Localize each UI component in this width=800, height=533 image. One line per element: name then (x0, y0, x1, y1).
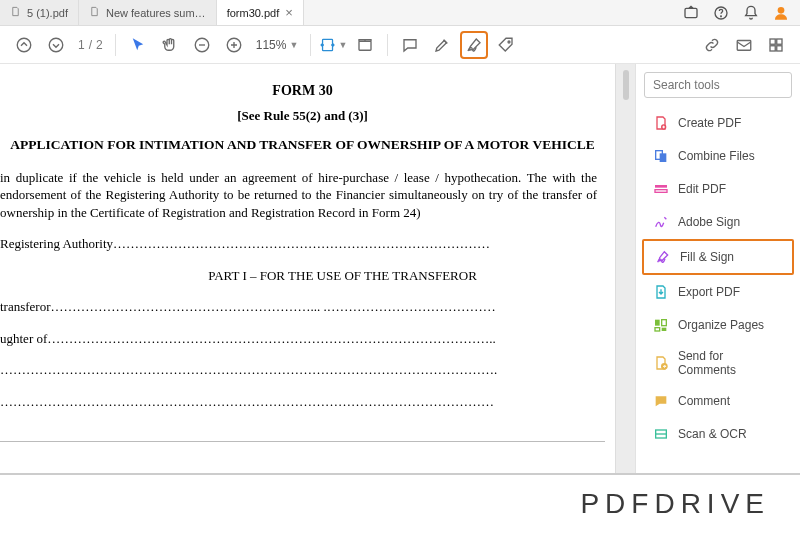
page-sep: / (89, 38, 92, 52)
up-arrow-icon[interactable] (10, 31, 38, 59)
tool-combine[interactable]: Combine Files (642, 140, 794, 172)
read-mode-icon[interactable] (351, 31, 379, 59)
tool-label: Comment (678, 394, 730, 408)
scroll-handle[interactable] (623, 70, 629, 100)
page-indicator[interactable]: 1 / 2 (74, 38, 107, 52)
tab-file-1[interactable]: 5 (1).pdf (0, 0, 79, 25)
edit-icon (652, 180, 670, 198)
pdf-icon (89, 6, 100, 19)
tool-adobesign[interactable]: Adobe Sign (642, 206, 794, 238)
bell-icon[interactable] (742, 4, 760, 22)
highlight-icon[interactable] (428, 31, 456, 59)
scan-icon (652, 425, 670, 443)
tool-label: Send for Comments (678, 349, 784, 377)
tool-label: Organize Pages (678, 318, 764, 332)
tag-icon[interactable] (492, 31, 520, 59)
svg-rect-12 (770, 39, 775, 44)
tool-create[interactable]: Create PDF (642, 107, 794, 139)
tool-send[interactable]: Send for Comments (642, 342, 794, 384)
tool-scan[interactable]: Scan & OCR (642, 418, 794, 450)
comment-icon[interactable] (396, 31, 424, 59)
svg-rect-8 (323, 39, 333, 50)
svg-rect-9 (359, 41, 371, 50)
tab-label: 5 (1).pdf (27, 7, 68, 19)
create-icon (652, 114, 670, 132)
form-paragraph: in duplicate if the vehicle is held unde… (0, 169, 605, 222)
search-tools-input[interactable] (644, 72, 792, 98)
scroll-rail[interactable] (615, 64, 635, 473)
page-total: 2 (96, 38, 103, 52)
comment-icon (652, 392, 670, 410)
zoom-value: 115% (256, 38, 287, 52)
fullscreen-icon[interactable] (762, 31, 790, 59)
adobesign-icon (652, 213, 670, 231)
form-title: FORM 30 (0, 82, 605, 101)
zoom-dropdown[interactable]: 115% ▼ (252, 38, 303, 52)
svg-rect-13 (777, 39, 782, 44)
share-icon[interactable] (682, 4, 700, 22)
line-transferor: transferor……………………………………………………... .……………… (0, 298, 605, 316)
mail-icon[interactable] (730, 31, 758, 59)
pdf-page: FORM 30 [See Rule 55(2) and (3)] APPLICA… (0, 64, 615, 442)
tools-panel: Create PDFCombine FilesEdit PDFAdobe Sig… (635, 64, 800, 473)
tool-fillsign[interactable]: Fill & Sign (642, 239, 794, 275)
svg-rect-23 (655, 328, 660, 331)
svg-rect-18 (660, 153, 667, 162)
svg-rect-0 (685, 8, 697, 17)
document-viewport[interactable]: FORM 30 [See Rule 55(2) and (3)] APPLICA… (0, 64, 615, 473)
tool-organize[interactable]: Organize Pages (642, 309, 794, 341)
fillsign-icon (654, 248, 672, 266)
svg-point-4 (17, 38, 31, 52)
avatar-icon[interactable] (772, 4, 790, 22)
part-heading: PART I – FOR THE USE OF THE TRANSFEROR (80, 267, 605, 285)
svg-rect-19 (655, 185, 667, 188)
tab-bar: 5 (1).pdf New features sum… form30.pdf × (0, 0, 800, 26)
sign-icon[interactable] (460, 31, 488, 59)
tab-file-2[interactable]: New features sum… (79, 0, 217, 25)
tab-file-3[interactable]: form30.pdf × (217, 0, 304, 25)
svg-rect-22 (662, 320, 667, 326)
tool-comment[interactable]: Comment (642, 385, 794, 417)
line-blank-2: …………………………………………………………………………………………………… (0, 393, 605, 411)
form-heading: APPLICATION FOR INTIMATION AND TRANSFER … (10, 136, 595, 154)
svg-rect-20 (655, 190, 667, 193)
tool-label: Scan & OCR (678, 427, 747, 441)
svg-point-5 (49, 38, 63, 52)
hand-tool-icon[interactable] (156, 31, 184, 59)
svg-rect-21 (655, 320, 660, 326)
form-subtitle: [See Rule 55(2) and (3)] (0, 107, 605, 125)
zoom-in-icon[interactable] (220, 31, 248, 59)
tool-label: Adobe Sign (678, 215, 740, 229)
svg-point-3 (778, 7, 785, 14)
link-icon[interactable] (698, 31, 726, 59)
svg-point-2 (721, 15, 722, 16)
line-blank-1: ……………………………………………………………………………………………………. (0, 361, 605, 379)
close-icon[interactable]: × (285, 6, 293, 19)
tool-edit[interactable]: Edit PDF (642, 173, 794, 205)
tool-label: Create PDF (678, 116, 741, 130)
organize-icon (652, 316, 670, 334)
svg-rect-24 (662, 328, 667, 331)
tool-label: Export PDF (678, 285, 740, 299)
tab-label: form30.pdf (227, 7, 280, 19)
select-tool-icon[interactable] (124, 31, 152, 59)
footer: PDFDRIVE (0, 473, 800, 533)
down-arrow-icon[interactable] (42, 31, 70, 59)
zoom-out-icon[interactable] (188, 31, 216, 59)
export-icon (652, 283, 670, 301)
tab-label: New features sum… (106, 7, 206, 19)
tool-label: Fill & Sign (680, 250, 734, 264)
line-registering-authority: Registering Authority…………………………………………………… (0, 235, 605, 253)
chevron-down-icon: ▼ (289, 40, 298, 50)
brand-watermark: PDFDRIVE (580, 488, 770, 520)
svg-point-10 (508, 41, 510, 43)
svg-rect-15 (777, 45, 782, 50)
page-current: 1 (78, 38, 85, 52)
tool-export[interactable]: Export PDF (642, 276, 794, 308)
svg-rect-14 (770, 45, 775, 50)
main-area: FORM 30 [See Rule 55(2) and (3)] APPLICA… (0, 64, 800, 473)
page-divider (0, 441, 605, 442)
send-icon (652, 354, 670, 372)
fit-width-icon[interactable]: ▼ (319, 31, 347, 59)
help-icon[interactable] (712, 4, 730, 22)
